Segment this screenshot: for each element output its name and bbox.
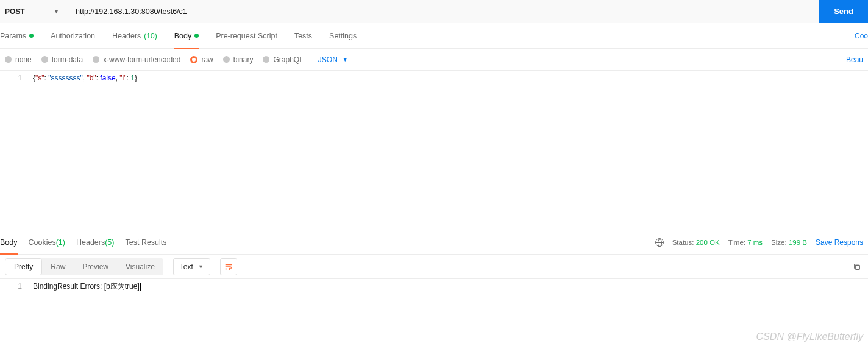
tab-authorization[interactable]: Authorization — [42, 23, 104, 48]
tab-tests[interactable]: Tests — [286, 23, 321, 48]
url-input[interactable]: http://192.168.1.30:8080/test6/c1 — [68, 7, 819, 16]
body-type-group: none form-data x-www-form-urlencoded raw… — [5, 55, 304, 64]
tab-settings[interactable]: Settings — [321, 23, 365, 48]
send-button[interactable]: Send — [819, 0, 868, 23]
gutter: 1 — [0, 71, 30, 230]
copy-response-button[interactable] — [851, 261, 863, 273]
request-bar: POST ▼ http://192.168.1.30:8080/test6/c1… — [0, 0, 868, 23]
request-tabs: Params Authorization Headers (10) Body P… — [0, 23, 868, 49]
watermark: CSDN @FlyLikeButterfly — [756, 331, 863, 342]
globe-icon[interactable] — [655, 238, 664, 247]
radio-xwww[interactable]: x-www-form-urlencoded — [93, 55, 180, 64]
dot-icon — [194, 34, 199, 38]
body-type-bar: none form-data x-www-form-urlencoded raw… — [0, 49, 868, 71]
radio-binary[interactable]: binary — [223, 55, 254, 64]
view-raw[interactable]: Raw — [42, 258, 74, 275]
tab-prerequest[interactable]: Pre-request Script — [207, 23, 286, 48]
cookies-link[interactable]: Coo — [855, 32, 868, 40]
code-line: {"s": "ssssssss", "b": false, "i": 1} — [30, 71, 868, 230]
response-body-editor[interactable]: 1 BindingResult Errors: [b应为true] — [0, 279, 868, 293]
size-item: Size: 199 B — [771, 239, 807, 246]
wrap-icon — [224, 263, 233, 271]
status-group: Status: 200 OK Time: 7 ms Size: 199 B Sa… — [655, 238, 868, 247]
radio-none[interactable]: none — [5, 55, 32, 64]
response-format-select[interactable]: Text▼ — [173, 258, 210, 275]
status-item: Status: 200 OK — [672, 239, 720, 246]
resp-tab-tests[interactable]: Test Results — [125, 230, 166, 254]
wrap-toggle-button[interactable] — [220, 258, 237, 275]
response-view-bar: Pretty Raw Preview Visualize Text▼ — [0, 255, 868, 279]
chevron-down-icon: ▼ — [343, 57, 348, 63]
radio-graphql[interactable]: GraphQL — [263, 55, 303, 64]
request-body-editor[interactable]: 1 {"s": "ssssssss", "b": false, "i": 1} — [0, 71, 868, 230]
view-pretty[interactable]: Pretty — [5, 258, 42, 275]
body-lang-select[interactable]: JSON▼ — [313, 55, 348, 64]
tab-params[interactable]: Params — [0, 23, 42, 48]
tab-headers[interactable]: Headers (10) — [104, 23, 166, 48]
method-select[interactable]: POST ▼ — [0, 0, 68, 23]
radio-formdata[interactable]: form-data — [41, 55, 83, 64]
time-item: Time: 7 ms — [728, 239, 763, 246]
save-response-link[interactable]: Save Respons — [816, 238, 863, 247]
dot-icon — [29, 34, 34, 38]
gutter: 1 — [0, 279, 30, 293]
svg-rect-0 — [855, 265, 859, 269]
chevron-down-icon: ▼ — [198, 264, 204, 270]
beautify-link[interactable]: Beau — [846, 55, 863, 64]
resp-tab-body[interactable]: Body — [0, 230, 18, 254]
method-value: POST — [5, 7, 25, 16]
chevron-down-icon: ▼ — [54, 9, 59, 15]
radio-raw[interactable]: raw — [190, 55, 213, 64]
response-tabs: Body Cookies (1) Headers (5) Test Result… — [0, 230, 868, 255]
view-preview[interactable]: Preview — [74, 258, 117, 275]
view-tabs: Pretty Raw Preview Visualize — [5, 258, 163, 275]
copy-icon — [853, 263, 861, 271]
tab-body[interactable]: Body — [166, 23, 208, 48]
response-code: BindingResult Errors: [b应为true] — [30, 279, 868, 293]
resp-tab-headers[interactable]: Headers (5) — [76, 230, 115, 254]
resp-tab-cookies[interactable]: Cookies (1) — [29, 230, 65, 254]
view-visualize[interactable]: Visualize — [117, 258, 163, 275]
